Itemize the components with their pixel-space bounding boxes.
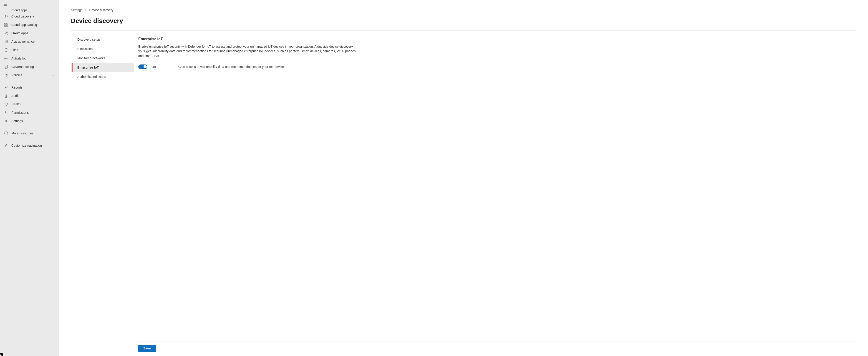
svg-rect-3 xyxy=(5,25,6,26)
sidebar-item-app-governance[interactable]: App governance xyxy=(0,37,59,46)
svg-point-15 xyxy=(6,95,7,97)
catalog-icon xyxy=(4,23,8,27)
sidebar-item-label: More resources xyxy=(11,132,33,135)
nav-divider xyxy=(3,81,56,81)
toggle-row: On Gain access to vulnerability data and… xyxy=(138,65,856,69)
sidebar-item-files[interactable]: Files xyxy=(0,46,59,54)
svg-point-9 xyxy=(5,58,5,59)
hamburger-button[interactable] xyxy=(0,0,59,8)
policies-icon xyxy=(4,73,8,77)
tab-label: Enterprise IoT xyxy=(78,66,99,69)
svg-point-17 xyxy=(5,120,7,121)
sidebar-item-label: OAuth apps xyxy=(11,31,28,35)
edit-icon xyxy=(4,143,8,148)
tabs-column: Discovery setup Exclusions Monitored net… xyxy=(71,31,134,356)
svg-point-10 xyxy=(7,58,8,59)
sidebar-item-label: Reports xyxy=(11,85,23,89)
sidebar-item-cloud-discovery[interactable]: Cloud discovery xyxy=(0,12,59,21)
tab-label: Authenticated scans xyxy=(78,75,106,78)
sidebar-item-label: Customize navigation xyxy=(11,144,42,147)
tab-enterprise-iot[interactable]: Enterprise IoT xyxy=(71,63,134,72)
sidebar-item-label: Cloud apps xyxy=(11,8,28,12)
sidebar-item-policies[interactable]: Policies xyxy=(0,71,59,79)
sidebar: Cloud apps Cloud discovery Cloud app cat… xyxy=(0,0,59,356)
tab-label: Monitored networks xyxy=(78,56,105,60)
settings-icon xyxy=(4,119,8,123)
info-icon xyxy=(4,131,8,135)
sidebar-item-reports[interactable]: Reports xyxy=(0,83,59,92)
health-icon xyxy=(4,102,8,106)
sidebar-item-settings[interactable]: Settings xyxy=(0,117,59,125)
sidebar-item-activity-log[interactable]: Activity log xyxy=(0,54,59,63)
sidebar-item-label: Cloud discovery xyxy=(11,14,34,18)
sidebar-item-label: Audit xyxy=(11,94,19,98)
tab-authenticated-scans[interactable]: Authenticated scans xyxy=(71,72,134,81)
sidebar-item-cloud-apps[interactable]: Cloud apps xyxy=(0,8,59,12)
sidebar-item-customize-navigation[interactable]: Customize navigation xyxy=(0,141,59,150)
sidebar-item-audit[interactable]: Audit xyxy=(0,92,59,100)
sidebar-item-label: Settings xyxy=(11,119,23,123)
cloud-discovery-icon xyxy=(4,14,8,19)
sidebar-item-label: Policies xyxy=(11,73,22,77)
section-title: Enterprise IoT xyxy=(138,37,856,41)
svg-rect-2 xyxy=(7,23,8,24)
chevron-right-icon xyxy=(85,8,87,12)
governance-icon xyxy=(4,39,8,44)
breadcrumb-current: Device discovery xyxy=(89,8,114,12)
breadcrumb-root[interactable]: Settings xyxy=(71,8,83,12)
toggle-state-label: On xyxy=(152,65,163,69)
hamburger-icon xyxy=(3,2,7,7)
sidebar-item-more-resources[interactable]: More resources xyxy=(0,129,59,137)
audit-icon xyxy=(4,94,8,98)
page-title: Device discovery xyxy=(71,17,856,25)
sidebar-nav: Cloud apps Cloud discovery Cloud app cat… xyxy=(0,8,59,356)
sidebar-item-governance-log[interactable]: Governance log xyxy=(0,63,59,71)
activity-icon xyxy=(4,56,8,60)
governance-log-icon xyxy=(4,65,8,69)
sidebar-item-health[interactable]: Health xyxy=(0,100,59,108)
tab-monitored-networks[interactable]: Monitored networks xyxy=(71,54,134,63)
oauth-icon xyxy=(4,31,8,35)
sidebar-item-label: Governance log xyxy=(11,65,34,69)
section-description: Enable enterprise IoT security with Defe… xyxy=(138,44,356,58)
footer-bar: Save xyxy=(138,341,856,356)
sidebar-item-cloud-app-catalog[interactable]: Cloud app catalog xyxy=(0,21,59,29)
content-column: Enterprise IoT Enable enterprise IoT sec… xyxy=(134,31,856,356)
sidebar-item-label: Health xyxy=(11,102,21,106)
tab-exclusions[interactable]: Exclusions xyxy=(71,44,134,54)
reports-icon xyxy=(4,85,8,90)
sidebar-item-label: Files xyxy=(11,48,18,52)
toggle-description: Gain access to vulnerability data and re… xyxy=(178,65,285,69)
save-button[interactable]: Save xyxy=(138,345,156,352)
chevron-down-icon xyxy=(52,74,55,77)
tab-label: Exclusions xyxy=(78,47,93,50)
breadcrumb: Settings Device discovery xyxy=(71,8,856,12)
svg-point-5 xyxy=(5,33,6,34)
tab-label: Discovery setup xyxy=(78,38,100,41)
tab-discovery-setup[interactable]: Discovery setup xyxy=(71,35,134,44)
svg-rect-4 xyxy=(7,25,8,26)
sidebar-item-label: Permissions xyxy=(11,111,29,114)
svg-point-7 xyxy=(7,34,8,35)
sidebar-item-permissions[interactable]: Permissions xyxy=(0,108,59,117)
nav-divider xyxy=(3,127,56,127)
main-content: Settings Device discovery Device discove… xyxy=(59,0,868,356)
cloud-apps-icon xyxy=(4,8,8,12)
sidebar-item-label: Cloud app catalog xyxy=(11,23,37,27)
svg-point-6 xyxy=(7,32,8,32)
sidebar-item-oauth-apps[interactable]: OAuth apps xyxy=(0,29,59,37)
svg-rect-1 xyxy=(5,23,6,24)
permissions-icon xyxy=(4,111,8,115)
files-icon xyxy=(4,48,8,52)
sidebar-item-label: App governance xyxy=(11,40,35,43)
sidebar-item-label: Activity log xyxy=(11,57,27,60)
enterprise-iot-toggle[interactable] xyxy=(138,65,147,69)
